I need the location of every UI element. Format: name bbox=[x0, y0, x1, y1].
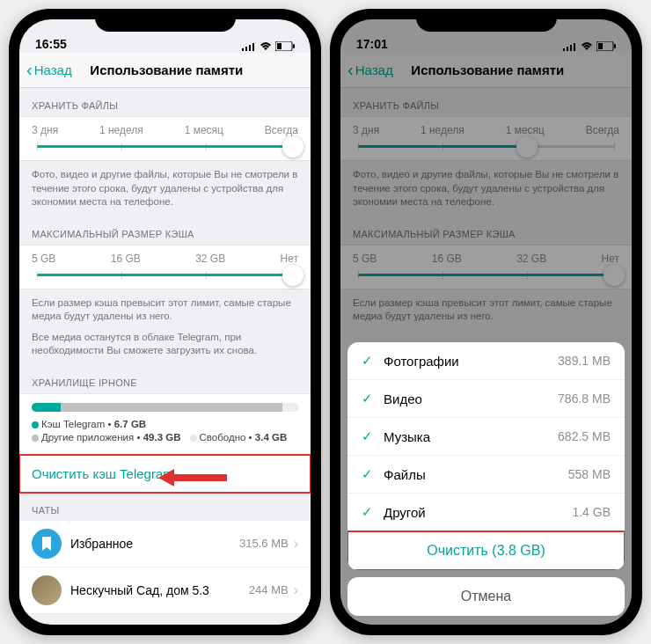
svg-rect-6 bbox=[293, 44, 295, 48]
checkmark-icon: ✓ bbox=[362, 466, 373, 482]
group-avatar-icon bbox=[32, 575, 62, 605]
svg-rect-3 bbox=[252, 43, 254, 51]
sheet-row-files[interactable]: ✓ Файлы 558 MB bbox=[347, 456, 625, 494]
checkmark-icon: ✓ bbox=[362, 353, 373, 369]
checkmark-icon: ✓ bbox=[362, 504, 373, 520]
nav-header: ‹ Назад Использование памяти bbox=[19, 53, 311, 88]
sheet-row-photos[interactable]: ✓ Фотографии 389.1 MB bbox=[347, 342, 625, 380]
sheet-row-video[interactable]: ✓ Видео 786.8 MB bbox=[347, 380, 625, 418]
keep-opt-1: 1 неделя bbox=[99, 124, 143, 136]
cache-opt-3: Нет bbox=[281, 252, 298, 265]
storage-bar bbox=[32, 403, 298, 412]
legend-cache-label: Кэш Telegram bbox=[41, 419, 105, 429]
section-chats: ЧАТЫ bbox=[19, 493, 311, 521]
phone-left: 16:55 ‹ Назад Использование памяти ХРАНИ… bbox=[9, 9, 321, 635]
svg-rect-2 bbox=[249, 45, 251, 51]
keep-opt-0: 3 дня bbox=[32, 124, 58, 136]
svg-marker-7 bbox=[158, 469, 227, 487]
status-time: 16:55 bbox=[35, 37, 67, 51]
signal-icon bbox=[242, 42, 256, 51]
section-iphone-storage: ХРАНИЛИЩЕ IPHONE bbox=[19, 365, 311, 393]
battery-icon bbox=[275, 41, 295, 51]
keep-files-slider[interactable] bbox=[37, 145, 293, 148]
page-title: Использование памяти bbox=[30, 62, 304, 77]
svg-rect-1 bbox=[245, 47, 247, 51]
chevron-right-icon: › bbox=[294, 582, 298, 598]
action-sheet: ✓ Фотографии 389.1 MB ✓ Видео 786.8 MB ✓… bbox=[347, 342, 625, 621]
section-max-cache: МАКСИМАЛЬНЫЙ РАЗМЕР КЭША bbox=[19, 216, 311, 245]
bookmark-icon bbox=[32, 529, 62, 559]
legend-other-label: Другие приложения bbox=[41, 432, 134, 443]
max-cache-slider[interactable] bbox=[37, 274, 293, 276]
svg-rect-5 bbox=[277, 43, 282, 49]
legend-free-label: Свободно bbox=[200, 432, 246, 443]
sheet-clear-button[interactable]: Очистить (3.8 GB) bbox=[347, 531, 625, 570]
legend-free-value: 3.4 GB bbox=[255, 432, 287, 443]
phone-right: 17:01 ‹ Назад Использование памяти ХРАНИ… bbox=[330, 9, 642, 635]
keep-note: Фото, видео и другие файлы, которые Вы н… bbox=[19, 161, 311, 216]
cache-note-2: Все медиа останутся в облаке Telegram, п… bbox=[19, 331, 311, 365]
cache-opt-2: 32 GB bbox=[195, 252, 225, 265]
cache-opt-0: 5 GB bbox=[32, 252, 55, 265]
chat-row-saved[interactable]: Избранное 315.6 MB › bbox=[19, 521, 311, 567]
checkmark-icon: ✓ bbox=[362, 428, 373, 444]
sheet-cancel-button[interactable]: Отмена bbox=[347, 577, 625, 616]
notch bbox=[95, 9, 236, 32]
chat-row-group[interactable]: Нескучный Сад, дом 5.3 244 MB › bbox=[19, 567, 311, 614]
notch bbox=[416, 9, 557, 32]
annotation-arrow bbox=[158, 467, 229, 488]
sheet-row-other[interactable]: ✓ Другой 1.4 GB bbox=[347, 494, 625, 531]
sheet-row-music[interactable]: ✓ Музыка 682.5 MB bbox=[347, 418, 625, 456]
cache-note-1: Если размер кэша превысит этот лимит, са… bbox=[19, 289, 311, 331]
wifi-icon bbox=[260, 42, 272, 51]
chevron-right-icon: › bbox=[294, 536, 298, 552]
cache-opt-1: 16 GB bbox=[111, 252, 141, 265]
legend-other-value: 49.3 GB bbox=[143, 432, 181, 443]
legend-cache-value: 6.7 GB bbox=[114, 419, 146, 429]
section-keep-files: ХРАНИТЬ ФАЙЛЫ bbox=[19, 88, 311, 116]
keep-opt-3: Всегда bbox=[265, 124, 298, 136]
keep-opt-2: 1 месяц bbox=[185, 124, 223, 136]
checkmark-icon: ✓ bbox=[362, 391, 373, 406]
svg-rect-0 bbox=[242, 48, 244, 51]
